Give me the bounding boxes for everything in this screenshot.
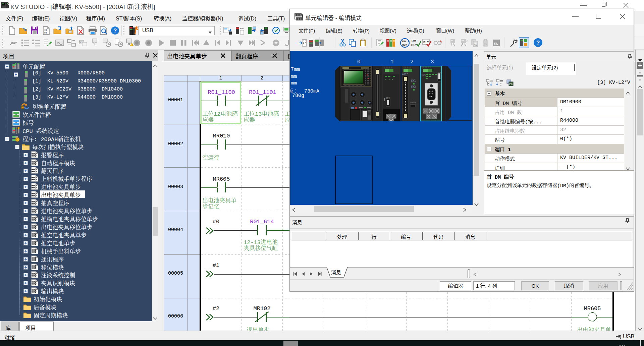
svg-text:RLY: RLY [402,43,407,46]
svg-text:W: W [79,41,82,44]
svg-text:DM: DM [412,39,416,43]
svg-text:> > >: > > > [385,78,393,81]
svg-text:PS: PS [509,83,513,85]
svg-text:KB: KB [474,43,478,46]
svg-text:H0: H0 [44,32,47,34]
svg-text:DM: DM [402,40,407,43]
svg-text:KL: KL [484,43,487,46]
svg-text:RLY: RLY [423,41,429,44]
svg-text:?: ? [113,27,117,34]
svg-text:000: 000 [386,97,390,99]
svg-text:H0: H0 [44,29,47,32]
svg-text:00000: 00000 [410,101,416,104]
svg-text:WWW: WWW [422,74,426,76]
svg-text:A01Z: A01Z [402,73,408,76]
svg-text:?: ? [536,40,540,46]
svg-text:#X1: #X1 [411,79,416,82]
svg-text:#X2: #X2 [411,85,416,89]
svg-text:KL: KL [494,42,498,45]
svg-text:RLY: RLY [411,43,417,47]
